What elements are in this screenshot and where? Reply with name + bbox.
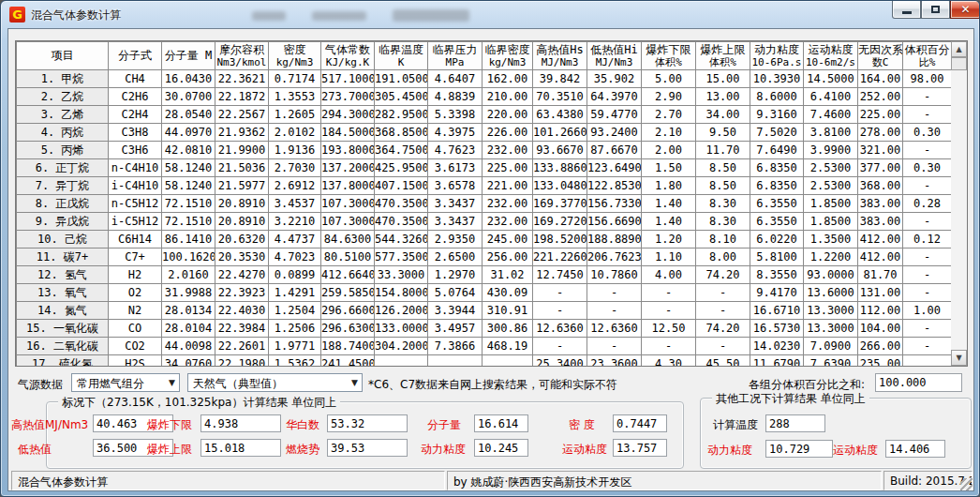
grid-cell[interactable]: 7.5020 [750, 124, 804, 142]
grid-cell[interactable]: 93.2400 [587, 124, 642, 142]
grid-cell[interactable]: 6.3550 [750, 213, 804, 231]
grid-cell[interactable]: - [903, 338, 952, 355]
grid-cell[interactable]: - [903, 266, 952, 284]
grid-cell[interactable]: 20.6320 [215, 231, 269, 248]
calc-temperature-input[interactable] [765, 414, 825, 432]
grid-cell[interactable]: 193.8000 [321, 142, 375, 159]
gas-group-combobox[interactable]: 常用燃气组分 ▼ [71, 373, 180, 392]
kin-viscosity-input[interactable] [613, 439, 667, 457]
grid-cell[interactable]: 241.4500 [321, 355, 375, 368]
grid-cell[interactable]: 383.00 [858, 195, 903, 213]
grid-cell[interactable]: 154.8000 [375, 284, 428, 302]
grid-cell[interactable]: - [587, 302, 642, 320]
grid-cell[interactable]: 7.4600 [804, 106, 858, 124]
grid-cell[interactable]: 6.4100 [804, 88, 858, 106]
grid-cell[interactable]: 93.6670 [533, 142, 587, 159]
grid-cell[interactable]: 156.6690 [587, 213, 642, 231]
grid-cell[interactable]: 3.3944 [428, 302, 483, 320]
grid-cell[interactable]: 1.4291 [269, 284, 321, 302]
grid-cell[interactable]: 8.50 [696, 159, 750, 177]
grid-cell[interactable]: 383.00 [858, 213, 903, 231]
grid-cell[interactable]: 63.4380 [533, 106, 587, 124]
grid-cell[interactable]: 126.2000 [375, 302, 428, 320]
grid-cell[interactable]: - [533, 338, 587, 355]
grid-cell[interactable]: 21.9362 [215, 124, 269, 142]
grid-cell[interactable]: 1.9771 [269, 338, 321, 355]
grid-cell[interactable]: 13.00 [696, 88, 750, 106]
grid-cell[interactable]: 6.8350 [750, 177, 804, 195]
grid-cell[interactable]: 84.6300 [321, 231, 375, 248]
grid-cell[interactable]: 16. 二氧化碳 [17, 338, 109, 355]
grid-cell[interactable]: 81.70 [858, 266, 903, 284]
grid-cell[interactable]: 72.1510 [162, 195, 215, 213]
grid-cell[interactable]: 8.00 [696, 248, 750, 266]
grid-cell[interactable]: 80.5100 [321, 248, 375, 266]
grid-cell[interactable]: 12.7450 [533, 266, 587, 284]
grid-cell[interactable]: - [903, 177, 952, 195]
other-kin-viscosity-input[interactable] [885, 440, 945, 458]
grid-cell[interactable]: 259.5850 [321, 284, 375, 302]
grid-cell[interactable]: 8.10 [696, 231, 750, 248]
grid-cell[interactable] [375, 355, 428, 368]
grid-cell[interactable]: 7.0900 [804, 338, 858, 355]
grid-cell[interactable]: 232.00 [483, 142, 533, 159]
grid-cell[interactable]: 9.50 [696, 124, 750, 142]
grid-cell[interactable]: 282.9500 [375, 106, 428, 124]
grid-cell[interactable]: 1.8500 [804, 213, 858, 231]
grid-cell[interactable]: - [696, 338, 750, 355]
grid-cell[interactable]: 162.00 [483, 70, 533, 88]
grid-cell[interactable]: N2 [109, 302, 162, 320]
grid-cell[interactable]: 107.3000 [321, 213, 375, 231]
grid-cell[interactable]: - [587, 284, 642, 302]
grid-cell[interactable]: 7.6490 [750, 142, 804, 159]
grid-cell[interactable]: 2.6500 [428, 248, 483, 266]
grid-cell[interactable]: 232.00 [483, 195, 533, 213]
grid-cell[interactable]: 2.5300 [804, 159, 858, 177]
grid-cell[interactable]: 0.0899 [269, 266, 321, 284]
grid-cell[interactable]: 304.2000 [375, 338, 428, 355]
grid-cell[interactable]: 407.1500 [375, 177, 428, 195]
grid-cell[interactable]: 15.00 [696, 70, 750, 88]
grid-cell[interactable]: 468.19 [483, 338, 533, 355]
grid-cell[interactable]: 296.6600 [321, 302, 375, 320]
grid-cell[interactable]: 235.00 [858, 355, 903, 368]
grid-cell[interactable]: 3.3437 [428, 213, 483, 231]
grid-cell[interactable]: 6.0220 [750, 231, 804, 248]
grid-cell[interactable]: 58.1240 [162, 177, 215, 195]
grid-cell[interactable]: 364.7500 [375, 142, 428, 159]
grid-cell[interactable]: 1.40 [642, 195, 696, 213]
grid-cell[interactable]: 22.1872 [215, 88, 269, 106]
grid-cell[interactable]: 1.10 [642, 248, 696, 266]
grid-cell[interactable]: 7. 异丁烷 [17, 177, 109, 195]
grid-cell[interactable]: 221.00 [483, 177, 533, 195]
grid-cell[interactable]: 21.5036 [215, 159, 269, 177]
grid-cell[interactable]: 2. 乙烷 [17, 88, 109, 106]
grid-cell[interactable]: 14.5000 [804, 70, 858, 88]
grid-cell[interactable]: 305.4500 [375, 88, 428, 106]
resize-grip-icon[interactable] [960, 478, 973, 490]
grid-cell[interactable]: 44.0970 [162, 124, 215, 142]
combustion-potential-input[interactable] [327, 439, 408, 457]
grid-cell[interactable]: 4.8839 [428, 88, 483, 106]
grid-cell[interactable] [483, 355, 533, 368]
grid-cell[interactable]: 59.4770 [587, 106, 642, 124]
grid-cell[interactable]: 101.2660 [533, 124, 587, 142]
grid-cell[interactable] [428, 355, 483, 368]
grid-cell[interactable]: 206.7623 [587, 248, 642, 266]
grid-cell[interactable]: 4.3975 [428, 124, 483, 142]
grid-cell[interactable]: 22.4030 [215, 302, 269, 320]
grid-cell[interactable]: 210.00 [483, 88, 533, 106]
grid-cell[interactable]: 8.50 [696, 177, 750, 195]
grid-cell[interactable]: C3H6 [109, 142, 162, 159]
grid-cell[interactable]: 8.30 [696, 195, 750, 213]
grid-cell[interactable]: 74.20 [696, 266, 750, 284]
grid-cell[interactable]: C2H4 [109, 106, 162, 124]
grid-cell[interactable]: 321.00 [858, 142, 903, 159]
grid-cell[interactable]: 64.3970 [587, 88, 642, 106]
grid-cell[interactable]: 12.50 [642, 320, 696, 338]
grid-cell[interactable]: 93.0000 [804, 266, 858, 284]
grid-cell[interactable]: 133.0000 [375, 320, 428, 338]
grid-cell[interactable]: 25.3400 [533, 355, 587, 368]
minimize-button[interactable] [892, 1, 921, 19]
grid-cell[interactable]: 1.2605 [269, 106, 321, 124]
